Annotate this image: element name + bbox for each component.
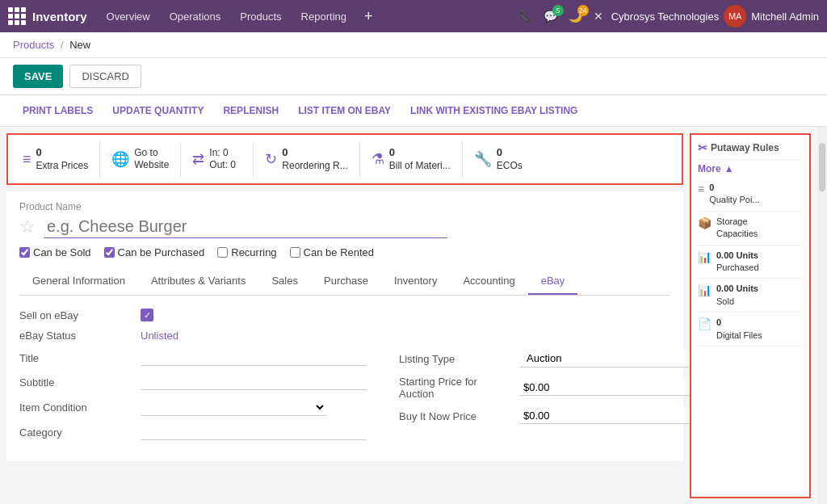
- avatar[interactable]: MA: [724, 5, 746, 27]
- buy-it-now-label: Buy It Now Price: [399, 410, 512, 422]
- brand-name: Inventory: [32, 10, 87, 23]
- nav-operations[interactable]: Operations: [162, 6, 229, 27]
- can-be-rented-checkbox[interactable]: Can be Rented: [290, 246, 374, 258]
- go-to-website-button[interactable]: 🌐 Go to Website: [100, 142, 181, 177]
- reordering-icon: ↻: [265, 150, 277, 168]
- buy-it-now-input[interactable]: [520, 408, 690, 424]
- subtitle-row: Subtitle: [19, 374, 367, 390]
- toolbar: PRINT LABELS UPDATE QUANTITY REPLENISH L…: [0, 95, 827, 127]
- nav-products[interactable]: Products: [232, 6, 289, 27]
- putaway-icon: ✂: [698, 141, 707, 154]
- main-content: ≡ 0 Extra Prices 🌐 Go to Website ⇄ In: 0…: [0, 127, 827, 504]
- reordering-button[interactable]: ↻ 0 Reordering R...: [254, 141, 359, 177]
- title-input[interactable]: [141, 350, 367, 366]
- tab-accounting[interactable]: Accounting: [450, 268, 527, 295]
- app-brand[interactable]: Inventory: [8, 7, 87, 25]
- moon-icon[interactable]: 🌙 24: [565, 6, 586, 26]
- ecos-icon: 🔧: [474, 150, 492, 168]
- scroll-thumb[interactable]: [819, 143, 825, 191]
- favorite-star-icon[interactable]: ☆: [19, 216, 36, 237]
- listing-type-label: Listing Type: [399, 353, 512, 365]
- starting-price-label: Starting Price for Auction: [399, 376, 512, 400]
- extra-prices-count: 0: [36, 146, 89, 160]
- listing-type-select[interactable]: Auction Fixed Price: [520, 350, 690, 368]
- form-area: Product Name ☆ Can be Sold Can be Purcha…: [6, 191, 683, 461]
- units-purchased-button[interactable]: 📊 0.00 Units Purchased: [698, 246, 803, 279]
- chevron-up-icon: ▲: [724, 163, 734, 174]
- bom-button[interactable]: ⚗ 0 Bill of Materi...: [360, 141, 463, 177]
- nav-overview[interactable]: Overview: [99, 6, 158, 27]
- ebay-status-label: eBay Status: [19, 330, 132, 342]
- phone-icon[interactable]: 📞: [515, 6, 535, 26]
- print-labels-button[interactable]: PRINT LABELS: [13, 100, 103, 121]
- in-out-text: In: 0 Out: 0: [209, 147, 236, 172]
- discard-button[interactable]: DISCARD: [69, 65, 141, 88]
- replenish-button[interactable]: REPLENISH: [213, 100, 288, 121]
- buy-it-now-row: Buy It Now Price: [399, 408, 690, 424]
- tab-attributes-variants[interactable]: Attributes & Variants: [138, 268, 259, 295]
- ecos-button[interactable]: 🔧 0 ECOs: [463, 141, 535, 177]
- tabs-bar: General Information Attributes & Variant…: [19, 268, 670, 296]
- smart-buttons-bar: ≡ 0 Extra Prices 🌐 Go to Website ⇄ In: 0…: [6, 133, 683, 185]
- navbar: Inventory Overview Operations Products R…: [0, 0, 827, 32]
- close-icon[interactable]: ✕: [590, 6, 607, 26]
- ebay-status-row: eBay Status Unlisted: [19, 330, 670, 342]
- storage-capacities-button[interactable]: 📦 StorageCapacities: [698, 212, 803, 246]
- can-be-sold-checkbox[interactable]: Can be Sold: [19, 246, 91, 258]
- link-existing-ebay-button[interactable]: LINK WITH EXISTING EBAY LISTING: [401, 100, 587, 121]
- subtitle-input[interactable]: [141, 374, 367, 390]
- save-button[interactable]: SAVE: [13, 65, 63, 88]
- quality-points-button[interactable]: ≡ 0 Quality Poi...: [698, 178, 803, 212]
- product-name-input[interactable]: [44, 216, 447, 238]
- tab-general-information[interactable]: General Information: [19, 268, 138, 295]
- digital-files-button[interactable]: 📄 0 Digital Files: [698, 313, 803, 346]
- storage-icon: 📦: [698, 216, 712, 229]
- more-button[interactable]: More ▲: [698, 160, 803, 178]
- sell-on-ebay-checkbox[interactable]: ✓: [141, 309, 153, 321]
- starting-price-row: Starting Price for Auction: [399, 376, 690, 400]
- sell-on-ebay-row: Sell on eBay ✓: [19, 309, 670, 321]
- company-name: Cybrosys Technologies: [611, 10, 719, 23]
- starting-price-input[interactable]: [520, 380, 690, 396]
- nav-reporting[interactable]: Reporting: [293, 6, 355, 27]
- list-item-ebay-button[interactable]: LIST ITEM ON EBAY: [288, 100, 401, 121]
- digital-files-icon: 📄: [698, 317, 712, 330]
- product-name-row: ☆: [19, 216, 670, 238]
- tab-purchase[interactable]: Purchase: [311, 268, 381, 295]
- ebay-left-col: Title Subtitle Item Condition Categ: [19, 350, 367, 448]
- category-row: Category: [19, 424, 367, 440]
- tab-ebay[interactable]: eBay: [528, 268, 578, 295]
- ebay-status-value: Unlisted: [141, 330, 178, 342]
- in-out-button[interactable]: ⇄ In: 0 Out: 0: [181, 142, 254, 177]
- title-row: Title: [19, 350, 367, 366]
- extra-prices-text: 0 Extra Prices: [36, 146, 89, 172]
- navbar-right: 📞 💬 5 🌙 24 ✕ Cybrosys Technologies MA Mi…: [515, 5, 819, 27]
- recurring-checkbox[interactable]: Recurring: [217, 246, 276, 258]
- nav-add-button[interactable]: +: [358, 8, 380, 25]
- action-bar: SAVE DISCARD: [0, 58, 827, 95]
- checkboxes-row: Can be Sold Can be Purchased Recurring C…: [19, 246, 670, 258]
- update-quantity-button[interactable]: UPDATE QUANTITY: [103, 100, 213, 121]
- moon-badge: 24: [577, 5, 589, 16]
- bom-icon: ⚗: [372, 150, 384, 168]
- ebay-tab-content: Sell on eBay ✓ eBay Status Unlisted Titl…: [19, 305, 670, 452]
- extra-prices-icon: ≡: [23, 151, 31, 168]
- item-condition-label: Item Condition: [19, 401, 132, 414]
- breadcrumb-parent[interactable]: Products: [13, 39, 54, 51]
- item-condition-select[interactable]: [141, 398, 326, 416]
- chat-badge: 5: [552, 5, 564, 16]
- units-sold-icon: 📊: [698, 284, 712, 296]
- units-sold-button[interactable]: 📊 0.00 Units Sold: [698, 279, 803, 313]
- tab-inventory[interactable]: Inventory: [381, 268, 450, 295]
- title-label: Title: [19, 352, 132, 364]
- can-be-purchased-checkbox[interactable]: Can be Purchased: [104, 246, 205, 258]
- tab-sales[interactable]: Sales: [258, 268, 311, 295]
- sell-on-ebay-label: Sell on eBay: [19, 309, 132, 321]
- breadcrumb-separator: /: [61, 39, 64, 51]
- extra-prices-button[interactable]: ≡ 0 Extra Prices: [11, 141, 100, 177]
- product-name-label: Product Name: [19, 201, 670, 212]
- chat-icon[interactable]: 💬 5: [540, 6, 560, 26]
- scrollbar[interactable]: [817, 127, 827, 504]
- subtitle-label: Subtitle: [19, 376, 132, 388]
- category-input[interactable]: [141, 424, 367, 440]
